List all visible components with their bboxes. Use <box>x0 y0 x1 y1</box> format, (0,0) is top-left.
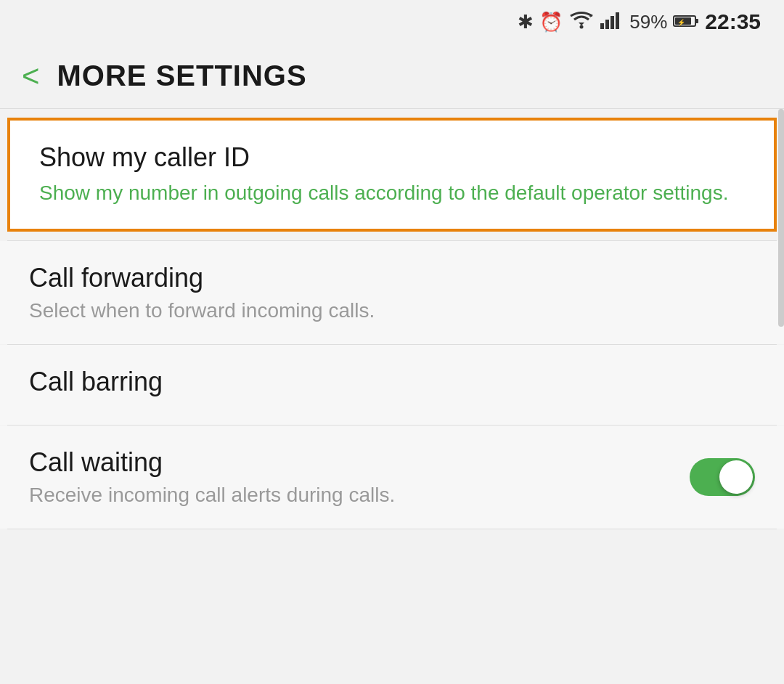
header: < MORE SETTINGS <box>0 44 784 109</box>
back-button[interactable]: < <box>22 61 40 91</box>
settings-content: Show my caller ID Show my number in outg… <box>0 118 784 529</box>
call-waiting-row: Call waiting Receive incoming call alert… <box>29 447 755 507</box>
bluetooth-icon: ✱ <box>518 11 534 33</box>
signal-icon <box>600 10 624 33</box>
caller-id-item[interactable]: Show my caller ID Show my number in outg… <box>7 118 777 232</box>
call-waiting-subtitle: Receive incoming call alerts during call… <box>29 484 395 507</box>
caller-id-subtitle: Show my number in outgoing calls accordi… <box>39 179 745 207</box>
svg-rect-7 <box>695 19 698 23</box>
svg-text:+: + <box>589 13 592 20</box>
call-waiting-toggle[interactable] <box>690 458 755 496</box>
svg-point-0 <box>580 25 584 29</box>
svg-rect-4 <box>611 16 614 29</box>
svg-rect-2 <box>600 23 604 29</box>
battery-icon: ⚡ <box>673 11 699 33</box>
call-barring-item[interactable]: Call barring <box>0 345 784 425</box>
caller-id-title: Show my caller ID <box>39 142 745 173</box>
call-forwarding-subtitle: Select when to forward incoming calls. <box>29 299 755 322</box>
toggle-thumb <box>719 460 753 494</box>
divider-4 <box>7 529 777 529</box>
status-icons: ✱ ⏰ + 59% ⚡ <box>518 9 761 34</box>
page-title: MORE SETTINGS <box>57 60 307 92</box>
time-display: 22:35 <box>705 9 761 34</box>
status-bar: ✱ ⏰ + 59% ⚡ <box>0 0 784 44</box>
toggle-track <box>690 458 755 496</box>
wifi-icon: + <box>568 9 595 34</box>
alarm-icon: ⏰ <box>539 11 563 33</box>
scrollbar[interactable] <box>778 109 784 327</box>
call-forwarding-title: Call forwarding <box>29 263 755 293</box>
call-forwarding-item[interactable]: Call forwarding Select when to forward i… <box>0 241 784 344</box>
call-waiting-text: Call waiting Receive incoming call alert… <box>29 447 395 507</box>
call-waiting-title: Call waiting <box>29 447 395 478</box>
svg-text:⚡: ⚡ <box>677 18 686 27</box>
call-waiting-item[interactable]: Call waiting Receive incoming call alert… <box>0 426 784 529</box>
battery-percent: 59% <box>629 11 667 33</box>
call-barring-title: Call barring <box>29 367 755 397</box>
svg-rect-3 <box>605 20 609 29</box>
svg-rect-5 <box>616 12 619 29</box>
